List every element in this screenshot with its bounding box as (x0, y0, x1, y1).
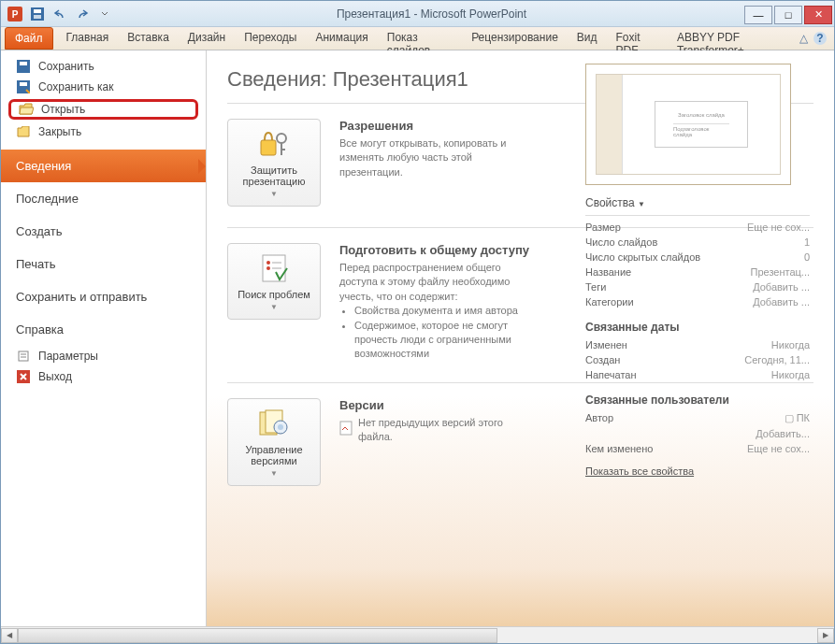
sidebar-info[interactable]: Сведения (1, 150, 206, 182)
sidebar-options[interactable]: Параметры (1, 346, 206, 366)
svg-rect-9 (19, 351, 28, 361)
close-button[interactable]: ✕ (804, 6, 832, 24)
tab-transitions[interactable]: Переходы (235, 27, 306, 50)
tab-foxit[interactable]: Foxit PDF (607, 27, 668, 50)
person-icon: ▢ (785, 412, 794, 423)
dates-heading: Связанные даты (585, 321, 810, 334)
svg-rect-8 (20, 82, 27, 86)
check-issues-button[interactable]: Поиск проблем ▼ (227, 243, 321, 320)
scroll-right-icon[interactable]: ▶ (817, 628, 834, 643)
horizontal-scrollbar[interactable]: ◀ ▶ (1, 626, 834, 643)
dropdown-arrow-icon: ▼ (270, 469, 278, 478)
svg-rect-6 (20, 62, 27, 65)
thumb-title: Заголовок слайда (678, 112, 725, 118)
quick-access-toolbar: P (1, 4, 119, 24)
app-window: P Презентация1 - Microsoft PowerPoint — … (0, 0, 835, 644)
dropdown-arrow-icon: ▼ (270, 190, 278, 198)
tab-review[interactable]: Рецензирование (462, 27, 568, 50)
prop-row[interactable]: Автор▢ ПК (585, 410, 810, 426)
sidebar-label: Сохранить как (38, 80, 113, 93)
qat-dropdown-icon[interactable] (94, 4, 115, 24)
svg-point-18 (266, 261, 270, 265)
show-all-properties-link[interactable]: Показать все свойства (585, 465, 694, 477)
titlebar: P Презентация1 - Microsoft PowerPoint — … (1, 1, 834, 27)
sidebar-label: Открыть (41, 103, 85, 116)
checklist-icon (255, 251, 293, 285)
prepare-bullet: Содержимое, которое не смогут прочесть л… (354, 319, 536, 362)
sidebar-saveas[interactable]: Сохранить как (1, 77, 206, 97)
sidebar-help[interactable]: Справка (1, 313, 206, 346)
redo-icon[interactable] (72, 4, 93, 24)
help-icon[interactable]: ? (813, 32, 827, 45)
slide-thumbnail[interactable]: Заголовок слайда Подзаголовок слайда (585, 64, 791, 185)
sidebar-label: Сохранить (38, 60, 94, 73)
tab-view[interactable]: Вид (568, 27, 607, 50)
ribbon-tabs: Файл Главная Вставка Дизайн Переходы Ани… (1, 27, 834, 50)
sidebar-save[interactable]: Сохранить (1, 56, 206, 77)
button-label: Защитить презентацию (232, 165, 316, 187)
scroll-track[interactable] (18, 628, 817, 643)
scroll-left-icon[interactable]: ◀ (1, 628, 18, 643)
folder-open-icon (19, 102, 34, 117)
sidebar-new[interactable]: Создать (1, 215, 206, 248)
sidebar-close[interactable]: Закрыть (1, 122, 206, 142)
prop-row[interactable]: Число слайдов1 (585, 235, 810, 250)
svg-rect-3 (34, 9, 41, 13)
properties-table: РазмерЕще не сох... Число слайдов1 Число… (585, 220, 810, 456)
thumb-subtitle: Подзаголовок слайда (673, 123, 729, 137)
tab-abbyy[interactable]: ABBYY PDF Transformer+ (668, 27, 799, 50)
tab-design[interactable]: Дизайн (179, 27, 235, 50)
prop-row: ИзмененНикогда (585, 337, 810, 352)
svg-point-25 (278, 424, 283, 430)
tab-insert[interactable]: Вставка (118, 27, 179, 50)
prop-row[interactable]: РазмерЕще не сох... (585, 220, 810, 235)
add-author[interactable]: Добавить... (585, 426, 810, 441)
collapse-ribbon-icon[interactable]: △ (799, 32, 808, 45)
properties-panel: Заголовок слайда Подзаголовок слайда Сво… (585, 64, 810, 478)
tab-file[interactable]: Файл (5, 27, 53, 50)
permissions-text: Все могут открывать, копировать и изменя… (339, 136, 536, 179)
prepare-title: Подготовить к общему доступу (339, 243, 536, 257)
chevron-down-icon: ▼ (638, 200, 645, 208)
exit-icon (16, 369, 31, 384)
versions-title: Версии (339, 398, 536, 412)
maximize-button[interactable]: □ (774, 6, 802, 24)
tab-animations[interactable]: Анимация (306, 27, 377, 50)
sidebar-exit[interactable]: Выход (1, 366, 206, 387)
dropdown-arrow-icon: ▼ (270, 303, 278, 311)
prop-row[interactable]: Число скрытых слайдов0 (585, 250, 810, 265)
svg-point-14 (277, 134, 286, 143)
properties-dropdown[interactable]: Свойства ▼ (585, 196, 810, 209)
saveas-icon (16, 79, 31, 94)
minimize-button[interactable]: — (744, 6, 772, 24)
versions-text: Нет предыдущих версий этого файла. (358, 416, 536, 445)
sidebar-savesend[interactable]: Сохранить и отправить (1, 280, 206, 313)
prop-row: Кем измененоЕще не сох... (585, 441, 810, 456)
sidebar-recent[interactable]: Последние (1, 182, 206, 215)
undo-icon[interactable] (50, 4, 70, 24)
protect-presentation-button[interactable]: Защитить презентацию ▼ (227, 119, 321, 207)
prop-row[interactable]: ТегиДобавить ... (585, 279, 810, 294)
backstage-sidebar: Сохранить Сохранить как Открыть Закрыть … (1, 50, 207, 626)
options-icon (16, 349, 31, 364)
tab-slideshow[interactable]: Показ слайдов (378, 27, 462, 50)
sidebar-open[interactable]: Открыть (8, 99, 198, 120)
prop-row[interactable]: НазваниеПрезентац... (585, 265, 810, 279)
save-icon[interactable] (27, 4, 48, 24)
lock-key-icon (255, 127, 293, 161)
prepare-text: Перед распространением общего доступа к … (339, 261, 536, 304)
manage-versions-button[interactable]: Управление версиями ▼ (227, 398, 321, 486)
sidebar-print[interactable]: Печать (1, 248, 206, 280)
svg-point-20 (266, 266, 270, 270)
versions-icon (255, 407, 293, 440)
tab-home[interactable]: Главная (57, 27, 119, 50)
prop-row[interactable]: КатегорииДобавить ... (585, 294, 810, 309)
app-icon[interactable]: P (5, 4, 25, 24)
window-title: Презентация1 - Microsoft PowerPoint (119, 7, 744, 21)
users-heading: Связанные пользователи (585, 394, 810, 407)
save-icon (16, 59, 31, 74)
button-label: Поиск проблем (232, 289, 316, 300)
sidebar-label: Выход (38, 370, 72, 383)
scroll-thumb[interactable] (18, 628, 497, 643)
window-controls: — □ ✕ (744, 4, 834, 24)
